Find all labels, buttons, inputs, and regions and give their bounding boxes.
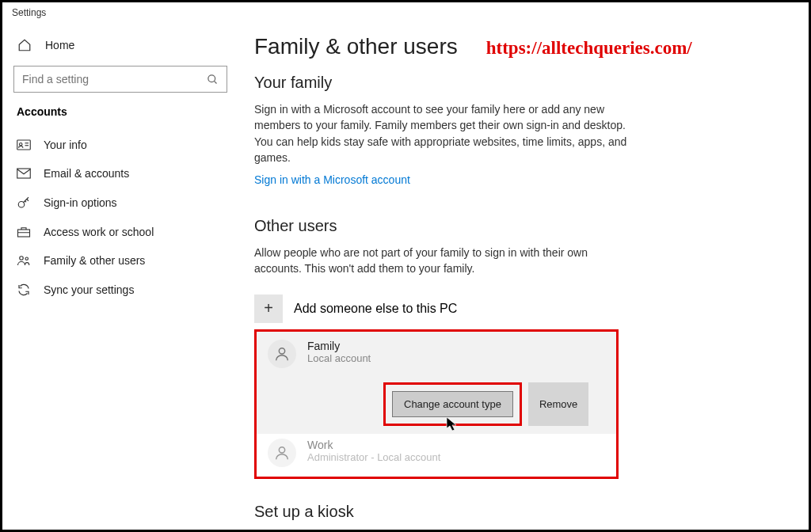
main-panel: Family & other users https://alltechquer… xyxy=(232,20,809,530)
sidebar-item-label: Email & accounts xyxy=(44,167,129,180)
svg-point-3 xyxy=(20,143,22,146)
highlight-box-inner: Change account type xyxy=(383,382,522,426)
sidebar-item-email[interactable]: Email & accounts xyxy=(13,159,224,188)
sidebar-item-sync[interactable]: Sync your settings xyxy=(13,275,224,305)
signin-ms-link[interactable]: Sign in with a Microsoft account xyxy=(254,173,410,186)
user-subtitle: Local account xyxy=(307,352,371,364)
kiosk-section-title: Set up a kiosk xyxy=(254,503,777,521)
home-label: Home xyxy=(45,39,74,51)
watermark-url: https://alltechqueries.com/ xyxy=(486,38,692,59)
change-account-type-button[interactable]: Change account type xyxy=(392,391,513,417)
svg-point-12 xyxy=(279,446,284,452)
other-users-desc: Allow people who are not part of your fa… xyxy=(254,245,634,277)
plus-icon[interactable]: + xyxy=(254,294,283,323)
user-actions: Change account type Remove xyxy=(257,374,616,434)
sidebar-item-your-info[interactable]: Your info xyxy=(13,131,224,159)
user-subtitle: Administrator - Local account xyxy=(307,451,440,463)
avatar-icon xyxy=(268,439,296,467)
sidebar-item-family[interactable]: Family & other users xyxy=(13,246,224,275)
family-section-desc: Sign in with a Microsoft account to see … xyxy=(254,101,634,165)
sidebar-item-label: Access work or school xyxy=(44,226,154,238)
svg-point-0 xyxy=(208,74,215,82)
search-box[interactable] xyxy=(13,66,227,93)
svg-point-11 xyxy=(279,348,284,353)
user-name: Family xyxy=(307,340,371,352)
sidebar-item-label: Sign-in options xyxy=(44,196,117,209)
window-title: Settings xyxy=(2,2,809,20)
user-entry-family[interactable]: Family Local account xyxy=(257,332,616,374)
highlight-box-outer: Family Local account Change account type… xyxy=(254,329,619,479)
svg-point-9 xyxy=(20,256,24,260)
mail-icon xyxy=(17,168,31,179)
sidebar-item-signin[interactable]: Sign-in options xyxy=(13,188,224,218)
user-card-icon xyxy=(17,139,31,151)
sidebar-item-label: Family & other users xyxy=(44,254,145,267)
user-name: Work xyxy=(307,439,440,451)
sync-icon xyxy=(17,283,31,297)
sidebar-item-label: Sync your settings xyxy=(44,283,134,296)
home-nav[interactable]: Home xyxy=(13,31,224,59)
key-icon xyxy=(17,196,31,210)
cursor-icon xyxy=(446,416,459,432)
avatar-icon xyxy=(268,340,296,368)
search-input[interactable] xyxy=(22,73,196,86)
people-icon xyxy=(17,254,31,267)
sidebar: Home Accounts Your info xyxy=(2,20,232,530)
sidebar-item-work[interactable]: Access work or school xyxy=(13,218,224,246)
family-section-title: Your family xyxy=(254,74,777,92)
page-title: Family & other users xyxy=(254,34,458,59)
add-user-label: Add someone else to this PC xyxy=(294,302,457,316)
other-users-title: Other users xyxy=(254,217,777,235)
remove-button[interactable]: Remove xyxy=(528,382,588,426)
briefcase-icon xyxy=(17,226,31,238)
home-icon xyxy=(17,37,32,53)
sidebar-item-label: Your info xyxy=(44,139,87,151)
user-entry-work[interactable]: Work Administrator - Local account xyxy=(257,434,616,467)
svg-point-10 xyxy=(25,257,28,260)
svg-line-1 xyxy=(214,81,216,83)
svg-rect-8 xyxy=(18,230,30,237)
svg-rect-6 xyxy=(17,169,31,178)
sidebar-category: Accounts xyxy=(17,105,224,118)
search-icon xyxy=(207,74,219,86)
add-user-row[interactable]: + Add someone else to this PC xyxy=(254,294,777,323)
